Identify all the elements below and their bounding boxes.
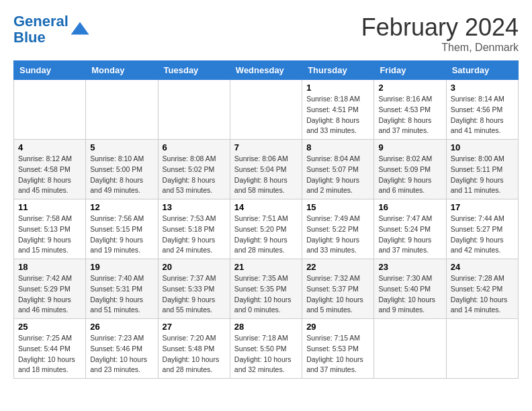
day-number: 25	[18, 322, 81, 332]
logo-text: GeneralBlue	[13, 13, 69, 46]
calendar-cell: 27Sunrise: 7:20 AM Sunset: 5:48 PM Dayli…	[158, 319, 230, 379]
calendar-cell: 21Sunrise: 7:35 AM Sunset: 5:35 PM Dayli…	[230, 259, 302, 319]
day-info: Sunrise: 7:25 AM Sunset: 5:44 PM Dayligh…	[18, 333, 81, 375]
calendar-week-0: 1Sunrise: 8:18 AM Sunset: 4:51 PM Daylig…	[14, 80, 519, 140]
day-number: 21	[234, 262, 298, 272]
day-number: 28	[234, 322, 298, 332]
day-info: Sunrise: 7:53 AM Sunset: 5:18 PM Dayligh…	[163, 214, 226, 256]
calendar-cell: 23Sunrise: 7:30 AM Sunset: 5:40 PM Dayli…	[374, 259, 446, 319]
day-number: 29	[306, 322, 369, 332]
day-info: Sunrise: 8:02 AM Sunset: 5:09 PM Dayligh…	[378, 154, 441, 196]
calendar-cell: 10Sunrise: 8:00 AM Sunset: 5:11 PM Dayli…	[446, 140, 518, 199]
calendar-cell: 25Sunrise: 7:25 AM Sunset: 5:44 PM Dayli…	[14, 319, 86, 379]
day-info: Sunrise: 7:20 AM Sunset: 5:48 PM Dayligh…	[163, 333, 226, 375]
day-info: Sunrise: 7:47 AM Sunset: 5:24 PM Dayligh…	[378, 214, 441, 256]
day-info: Sunrise: 8:06 AM Sunset: 5:04 PM Dayligh…	[234, 154, 298, 196]
day-number: 19	[90, 262, 153, 272]
header-tuesday: Tuesday	[158, 61, 230, 80]
day-info: Sunrise: 7:28 AM Sunset: 5:42 PM Dayligh…	[451, 273, 514, 316]
day-info: Sunrise: 7:56 AM Sunset: 5:15 PM Dayligh…	[90, 214, 153, 256]
day-info: Sunrise: 7:40 AM Sunset: 5:31 PM Dayligh…	[90, 273, 153, 316]
calendar-cell: 28Sunrise: 7:18 AM Sunset: 5:50 PM Dayli…	[230, 319, 302, 379]
calendar-cell: 8Sunrise: 8:04 AM Sunset: 5:07 PM Daylig…	[302, 140, 374, 199]
calendar-cell	[86, 80, 158, 140]
calendar-cell: 2Sunrise: 8:16 AM Sunset: 4:53 PM Daylig…	[374, 80, 446, 140]
day-info: Sunrise: 7:49 AM Sunset: 5:22 PM Dayligh…	[306, 214, 369, 256]
day-number: 2	[378, 83, 441, 93]
calendar-cell: 5Sunrise: 8:10 AM Sunset: 5:00 PM Daylig…	[86, 140, 158, 199]
logo: GeneralBlue	[13, 13, 90, 46]
day-number: 10	[451, 142, 514, 152]
logo-icon	[70, 19, 90, 40]
day-info: Sunrise: 7:51 AM Sunset: 5:20 PM Dayligh…	[234, 214, 298, 256]
calendar-week-3: 18Sunrise: 7:42 AM Sunset: 5:29 PM Dayli…	[14, 259, 519, 319]
day-number: 16	[378, 202, 441, 212]
day-info: Sunrise: 7:32 AM Sunset: 5:37 PM Dayligh…	[306, 273, 369, 316]
day-number: 27	[163, 322, 226, 332]
calendar-cell: 14Sunrise: 7:51 AM Sunset: 5:20 PM Dayli…	[230, 199, 302, 259]
day-number: 26	[90, 322, 153, 332]
day-number: 22	[306, 262, 369, 272]
calendar-cell: 7Sunrise: 8:06 AM Sunset: 5:04 PM Daylig…	[230, 140, 302, 199]
calendar-cell: 15Sunrise: 7:49 AM Sunset: 5:22 PM Dayli…	[302, 199, 374, 259]
header-row: Sunday Monday Tuesday Wednesday Thursday…	[14, 61, 519, 80]
calendar-cell	[374, 319, 446, 379]
day-info: Sunrise: 7:23 AM Sunset: 5:46 PM Dayligh…	[90, 333, 153, 375]
calendar-cell	[14, 80, 86, 140]
day-info: Sunrise: 7:35 AM Sunset: 5:35 PM Dayligh…	[234, 273, 298, 316]
day-info: Sunrise: 8:16 AM Sunset: 4:53 PM Dayligh…	[378, 94, 441, 136]
calendar-header: Sunday Monday Tuesday Wednesday Thursday…	[14, 61, 519, 80]
day-number: 15	[306, 202, 369, 212]
calendar-week-2: 11Sunrise: 7:58 AM Sunset: 5:13 PM Dayli…	[14, 199, 519, 259]
calendar-week-1: 4Sunrise: 8:12 AM Sunset: 4:58 PM Daylig…	[14, 140, 519, 199]
header-monday: Monday	[86, 61, 158, 80]
calendar-cell	[158, 80, 230, 140]
calendar-cell: 29Sunrise: 7:15 AM Sunset: 5:53 PM Dayli…	[302, 319, 374, 379]
day-info: Sunrise: 7:30 AM Sunset: 5:40 PM Dayligh…	[378, 273, 441, 316]
calendar-cell: 16Sunrise: 7:47 AM Sunset: 5:24 PM Dayli…	[374, 199, 446, 259]
calendar-cell: 26Sunrise: 7:23 AM Sunset: 5:46 PM Dayli…	[86, 319, 158, 379]
calendar-cell: 11Sunrise: 7:58 AM Sunset: 5:13 PM Dayli…	[14, 199, 86, 259]
day-info: Sunrise: 7:42 AM Sunset: 5:29 PM Dayligh…	[18, 273, 81, 316]
month-title: February 2024	[361, 13, 519, 42]
calendar-cell: 13Sunrise: 7:53 AM Sunset: 5:18 PM Dayli…	[158, 199, 230, 259]
day-info: Sunrise: 7:15 AM Sunset: 5:53 PM Dayligh…	[306, 333, 369, 375]
day-number: 9	[378, 142, 441, 152]
calendar-week-4: 25Sunrise: 7:25 AM Sunset: 5:44 PM Dayli…	[14, 319, 519, 379]
day-number: 11	[18, 202, 81, 212]
day-info: Sunrise: 7:37 AM Sunset: 5:33 PM Dayligh…	[163, 273, 226, 316]
header-friday: Friday	[374, 61, 446, 80]
calendar-body: 1Sunrise: 8:18 AM Sunset: 4:51 PM Daylig…	[14, 80, 519, 379]
page-header: GeneralBlue February 2024 Them, Denmark	[13, 13, 519, 54]
day-number: 4	[18, 142, 81, 152]
calendar-cell: 6Sunrise: 8:08 AM Sunset: 5:02 PM Daylig…	[158, 140, 230, 199]
calendar-cell: 3Sunrise: 8:14 AM Sunset: 4:56 PM Daylig…	[446, 80, 518, 140]
calendar-table: Sunday Monday Tuesday Wednesday Thursday…	[13, 60, 519, 379]
calendar-cell: 24Sunrise: 7:28 AM Sunset: 5:42 PM Dayli…	[446, 259, 518, 319]
header-thursday: Thursday	[302, 61, 374, 80]
calendar-cell: 19Sunrise: 7:40 AM Sunset: 5:31 PM Dayli…	[86, 259, 158, 319]
location: Them, Denmark	[361, 42, 519, 54]
day-number: 12	[90, 202, 153, 212]
day-number: 3	[451, 83, 514, 93]
title-section: February 2024 Them, Denmark	[361, 13, 519, 54]
day-info: Sunrise: 8:00 AM Sunset: 5:11 PM Dayligh…	[451, 154, 514, 196]
calendar-cell: 12Sunrise: 7:56 AM Sunset: 5:15 PM Dayli…	[86, 199, 158, 259]
calendar-cell: 22Sunrise: 7:32 AM Sunset: 5:37 PM Dayli…	[302, 259, 374, 319]
day-info: Sunrise: 8:08 AM Sunset: 5:02 PM Dayligh…	[163, 154, 226, 196]
day-number: 14	[234, 202, 298, 212]
day-number: 18	[18, 262, 81, 272]
calendar-cell: 9Sunrise: 8:02 AM Sunset: 5:09 PM Daylig…	[374, 140, 446, 199]
calendar-cell: 17Sunrise: 7:44 AM Sunset: 5:27 PM Dayli…	[446, 199, 518, 259]
day-number: 5	[90, 142, 153, 152]
day-info: Sunrise: 8:14 AM Sunset: 4:56 PM Dayligh…	[451, 94, 514, 136]
calendar-cell	[230, 80, 302, 140]
day-info: Sunrise: 8:18 AM Sunset: 4:51 PM Dayligh…	[306, 94, 369, 136]
calendar-cell: 18Sunrise: 7:42 AM Sunset: 5:29 PM Dayli…	[14, 259, 86, 319]
day-number: 1	[306, 83, 369, 93]
svg-marker-0	[71, 22, 89, 35]
header-wednesday: Wednesday	[230, 61, 302, 80]
day-number: 20	[163, 262, 226, 272]
day-number: 23	[378, 262, 441, 272]
header-sunday: Sunday	[14, 61, 86, 80]
